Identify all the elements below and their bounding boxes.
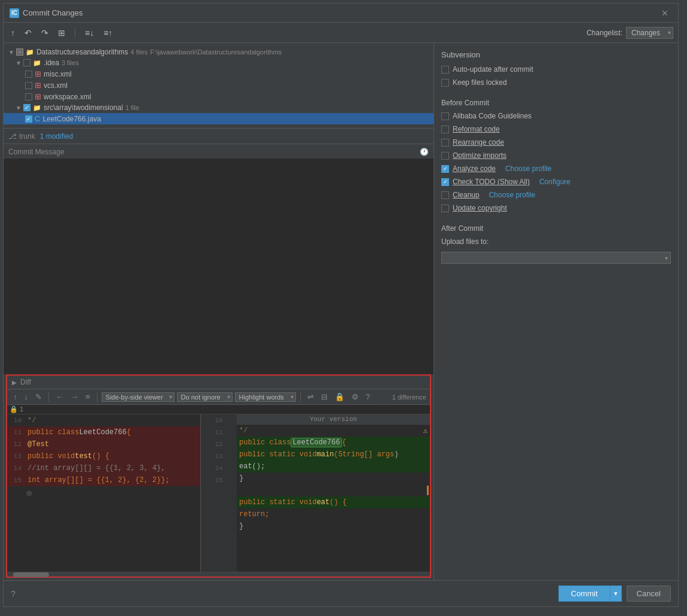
diff-edit-btn[interactable]: ✎ [33, 392, 44, 402]
cancel-button[interactable]: Cancel [627, 585, 671, 602]
branch-name: trunk [19, 132, 35, 141]
diff-scrollbar-thumb[interactable] [13, 572, 49, 577]
diff-code-right-16: public static void eat() { [237, 496, 430, 508]
diff-title: Diff [20, 378, 31, 386]
upload-dropdown-arrow: ▾ [665, 255, 668, 261]
vcs-checkbox[interactable] [25, 82, 32, 89]
diff-up-btn[interactable]: ↑ [11, 392, 20, 402]
collapse-icon-src: ▼ [16, 105, 22, 111]
help-button[interactable]: ? [11, 589, 16, 599]
diff-down-btn[interactable]: ↓ [22, 392, 31, 402]
method-name-left: test [75, 452, 92, 461]
commit-message-input[interactable] [4, 158, 433, 374]
diff-scrollbar[interactable] [7, 572, 430, 577]
diff-code-left-11: public class LeetCode766 { [25, 426, 200, 438]
right-panel: Subversion Auto-update after commit Keep… [434, 43, 678, 580]
cleanup-profile-link[interactable]: Choose profile [489, 191, 535, 199]
upload-files-row: Upload files to: [441, 237, 671, 246]
changelist-select[interactable]: Changes [626, 27, 673, 39]
check-todo-link[interactable]: Configure [539, 178, 570, 186]
branch-icon: ⎇ [8, 132, 17, 141]
diff-settings-btn[interactable]: ⚙ [349, 392, 361, 402]
project-checkbox[interactable]: − [16, 48, 23, 56]
toolbar-grid-btn[interactable]: ⊞ [56, 27, 68, 39]
diff-sync-btn[interactable]: ⇌ [305, 392, 316, 402]
tree-item-vcs[interactable]: ⊞ vcs.xml [4, 80, 433, 91]
highlight-select[interactable]: Highlight words [235, 392, 296, 402]
diff-count: 1 difference [392, 394, 426, 401]
src-folder-name: src\array\twodimensional [44, 103, 123, 112]
toolbar-up-btn[interactable]: ↑ [8, 27, 17, 39]
analyze-profile-link[interactable]: Choose profile [505, 164, 551, 173]
commit-dropdown-button[interactable]: ▾ [610, 585, 622, 602]
diff-help-btn[interactable]: ? [364, 392, 372, 402]
optimize-checkbox[interactable] [441, 152, 449, 160]
diff-line-right-10: */ [237, 425, 430, 437]
diff-code-left-12: @Test [25, 438, 200, 450]
changelist-dropdown-wrapper[interactable]: Changes ▾ [626, 27, 673, 39]
update-copyright-row: Update copyright [441, 204, 671, 212]
tree-item-project[interactable]: ▼ − 📁 Datastructuresandalgorithms 4 file… [4, 47, 433, 57]
tree-item-leetcode[interactable]: ✓ C LeetCode766.java [4, 113, 433, 124]
toolbar-undo-btn[interactable]: ↶ [22, 27, 34, 39]
close-button[interactable]: ✕ [658, 7, 672, 19]
cleanup-label: Cleanup [453, 191, 480, 199]
ignore-select[interactable]: Do not ignore [177, 392, 233, 402]
viewer-dropdown-wrapper[interactable]: Side-by-side viewer [102, 392, 175, 402]
mid-13: 13 [201, 450, 237, 462]
status-bar: ⎇ trunk 1 modified [4, 129, 433, 144]
cleanup-checkbox[interactable] [441, 191, 449, 199]
upload-files-label: Upload files to: [441, 237, 488, 246]
toolbar-arrow-down-btn[interactable]: ≡↓ [83, 27, 96, 39]
diff-line-right-13: eat(); [237, 461, 430, 472]
misc-checkbox[interactable] [25, 71, 32, 78]
diff-sep1 [48, 392, 49, 402]
diff-sep3 [300, 392, 301, 402]
idea-checkbox[interactable] [23, 59, 30, 66]
viewer-select[interactable]: Side-by-side viewer [102, 392, 175, 402]
tree-item-workspace[interactable]: ⊞ workspace.xml [4, 91, 433, 102]
tree-item-idea[interactable]: ▼ 📁 .idea 3 files [4, 57, 433, 68]
diff-lock-btn[interactable]: 🔒 [332, 392, 347, 402]
line-num-expand-left [7, 487, 25, 499]
change-marker [427, 486, 429, 495]
history-icon[interactable]: 🕐 [420, 148, 429, 156]
tree-item-misc[interactable]: ⊞ misc.xml [4, 68, 433, 80]
upload-dropdown[interactable]: ▾ [441, 252, 671, 264]
optimize-label: Optimize imports [453, 151, 506, 160]
auto-update-checkbox[interactable] [441, 66, 449, 74]
misc-filename: misc.xml [44, 70, 72, 78]
diff-columns-btn[interactable]: ⊟ [319, 392, 330, 402]
check-todo-checkbox[interactable] [441, 178, 449, 186]
diff-left: 10 */ 11 public class LeetCode766 { 12 [7, 414, 201, 572]
rearrange-checkbox[interactable] [441, 139, 449, 147]
src-checkbox[interactable]: ✓ [23, 104, 30, 111]
title-bar: IC Commit Changes ✕ [4, 4, 678, 23]
toolbar-redo-btn[interactable]: ↷ [39, 27, 51, 39]
tree-item-src[interactable]: ▼ ✓ 📁 src\array\twodimensional 1 file [4, 102, 433, 113]
keep-files-checkbox[interactable] [441, 79, 449, 87]
diff-list-btn[interactable]: ≡ [83, 392, 93, 402]
diff-left-inner: 10 */ 11 public class LeetCode766 { 12 [7, 414, 200, 572]
highlight-dropdown-wrapper[interactable]: Highlight words [235, 392, 296, 402]
commit-button[interactable]: Commit [558, 585, 610, 602]
app-icon: IC [10, 8, 19, 18]
analyze-checkbox[interactable] [441, 165, 449, 173]
alibaba-checkbox[interactable] [441, 112, 449, 120]
subversion-title: Subversion [441, 50, 671, 59]
toolbar-arrow-up-btn[interactable]: ≡↑ [101, 27, 115, 39]
diff-prev-btn[interactable]: ← [53, 392, 66, 402]
after-commit-title: After Commit [441, 224, 671, 233]
auto-update-row: Auto-update after commit [441, 65, 671, 74]
leetcode-checkbox[interactable]: ✓ [25, 115, 32, 123]
diff-code-right-13: eat(); [237, 461, 430, 472]
update-copyright-checkbox[interactable] [441, 205, 449, 212]
analyze-label: Analyze code [453, 164, 496, 173]
ignore-dropdown-wrapper[interactable]: Do not ignore [177, 392, 233, 402]
reformat-checkbox[interactable] [441, 126, 449, 133]
workspace-checkbox[interactable] [25, 93, 32, 100]
rearrange-label: Rearrange code [453, 138, 504, 147]
optimize-row: Optimize imports [441, 151, 671, 160]
diff-next-btn[interactable]: → [68, 392, 81, 402]
expand-icon-left[interactable]: ⊕ [25, 486, 33, 501]
